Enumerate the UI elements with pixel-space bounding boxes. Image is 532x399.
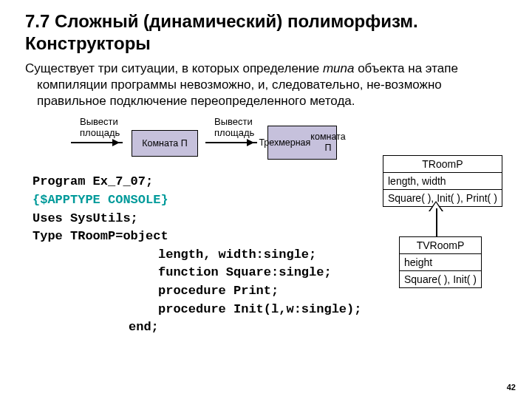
uml-tvroomp-name: TVRoomP — [400, 237, 482, 254]
label-output-area-1: Вывести площадь — [80, 117, 120, 138]
box-room: Комната П — [132, 130, 198, 157]
box-3droom: Трехмерная комната П — [267, 126, 337, 160]
box-3droom-l2: комната П — [310, 132, 345, 154]
code-line-8: procedure Init(l,w:single); — [33, 301, 532, 319]
label-output-area-2-l1: Вывести — [214, 116, 253, 127]
flow-diagram: Вывести площадь Комната П Вывести площад… — [37, 117, 347, 166]
uml-troomp-attrs: length, width — [383, 173, 502, 190]
intro-paragraph: Существует три ситуации, в которых опред… — [0, 61, 532, 109]
uml-tvroomp: TVRoomP height Square( ), Init( ) — [399, 236, 482, 288]
inheritance-line — [436, 208, 437, 236]
label-output-area-2-l2: площадь — [214, 127, 254, 138]
arrow-1 — [71, 142, 123, 143]
page-number: 42 — [507, 383, 516, 392]
uml-tvroomp-attrs: height — [400, 254, 482, 271]
slide-title: 7.7 Сложный (динамический) полиморфизм. … — [0, 0, 532, 61]
label-output-area-2: Вывести площадь — [214, 117, 254, 138]
code-line-9: end; — [33, 318, 532, 337]
uml-troomp: TRoomP length, width Square( ), Init( ),… — [383, 155, 502, 207]
code-line-3: Uses SysUtils; — [33, 210, 532, 228]
box-3droom-l1: Трехмерная — [259, 137, 310, 149]
arrow-2 — [205, 142, 257, 143]
para-typeword: типа — [323, 61, 355, 75]
para-pre: Существует три ситуации, в которых опред… — [25, 61, 323, 75]
label-output-area-1-l1: Вывести — [80, 116, 118, 127]
label-output-area-1-l2: площадь — [80, 127, 120, 138]
uml-tvroomp-ops: Square( ), Init( ) — [400, 271, 482, 288]
uml-troomp-name: TRoomP — [383, 156, 502, 173]
